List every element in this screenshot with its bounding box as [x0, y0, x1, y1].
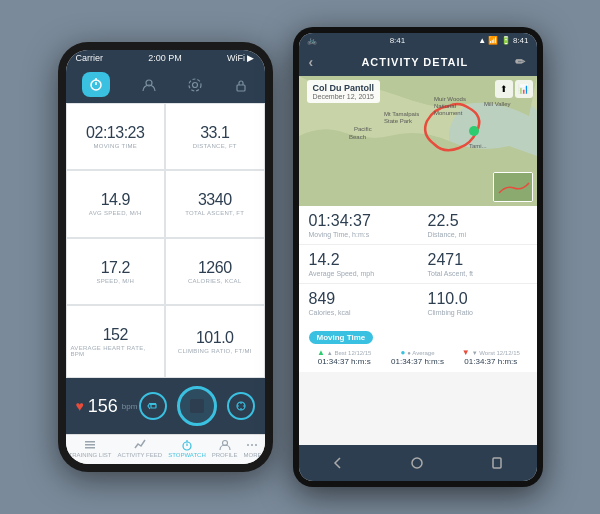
iphone-time: 2:00 PM	[148, 53, 182, 63]
android-recents-nav[interactable]	[485, 451, 509, 475]
metric-avg-speed: 14.9 AVG SPEED, m/h	[66, 170, 166, 237]
android-stat-calories: 849 Calories, kcal	[299, 284, 418, 322]
svg-point-16	[247, 444, 249, 446]
svg-rect-6	[237, 85, 245, 91]
android-header[interactable]: ‹ ACTIVITY DETAIL ✏	[299, 48, 537, 76]
refresh-button[interactable]	[227, 392, 255, 420]
nav-activity-feed[interactable]: ACTIVITY FEED	[118, 439, 163, 458]
moving-time-label: MOVING TIME	[93, 143, 137, 149]
metric-speed: 17.2 SPEED, m/h	[66, 238, 166, 305]
android-avg-speed-value: 14.2	[309, 251, 408, 269]
svg-text:State Park: State Park	[384, 118, 413, 124]
distance-value: 33.1	[200, 124, 229, 142]
svg-point-33	[412, 458, 422, 468]
iphone-screen: Carrier 2:00 PM WiFi ▶	[66, 50, 265, 464]
android-total-ascent-label: Total Ascent, ft	[428, 270, 527, 277]
nav-profile[interactable]: PROFILE	[212, 439, 238, 458]
nav-more[interactable]: MORE	[243, 439, 261, 458]
wifi-label: WiFi ▶	[227, 53, 255, 63]
metric-heart-rate: 152 AVERAGE HEART RATE, bpm	[66, 305, 166, 378]
android-avg-speed-label: Average Speed, mph	[309, 270, 408, 277]
android-climbing-ratio-value: 110.0	[428, 290, 527, 308]
nav-stopwatch[interactable]: STOPWATCH	[168, 439, 206, 458]
android-screen: 🚲 8:41 ▲ 📶 🔋 8:41 ‹ ACTIVITY DETAIL ✏	[299, 33, 537, 481]
climbing-ratio-label: CLIMBING RATIO, ft/mi	[178, 348, 252, 354]
speed-value: 17.2	[101, 259, 130, 277]
worst-value: 01:34:37 h:m:s	[455, 357, 526, 366]
svg-text:Tami...: Tami...	[469, 143, 487, 149]
reset-button[interactable]	[139, 392, 167, 420]
map-thumbnail[interactable]	[493, 172, 533, 202]
svg-text:Monument: Monument	[434, 110, 463, 116]
android-edit-button[interactable]: ✏	[515, 55, 526, 69]
distance-label: DISTANCE, ft	[193, 143, 237, 149]
svg-point-17	[251, 444, 253, 446]
android-total-ascent-value: 2471	[428, 251, 527, 269]
iphone-tab-bar[interactable]	[66, 66, 265, 103]
best-label: ▲ ▲ Best 12/12/15	[309, 348, 380, 357]
moving-time-section: Moving Time ▲ ▲ Best 12/12/15 01:34:37 h…	[299, 322, 537, 372]
android-left-icons: 🚲	[307, 36, 317, 45]
total-ascent-value: 3340	[198, 191, 232, 209]
avg-label: ● ● Average	[382, 348, 453, 357]
nav-activity-feed-label: ACTIVITY FEED	[118, 452, 163, 458]
worst-stat: ▼ ▼ Worst 12/12/15 01:34:37 h:m:s	[455, 348, 526, 366]
map-date: December 12, 2015	[313, 93, 375, 100]
activity-detail-title: ACTIVITY DETAIL	[361, 56, 468, 68]
profile-tab[interactable]	[142, 78, 156, 92]
avg-stat: ● ● Average 01:34:37 h:m:s	[382, 348, 453, 366]
svg-rect-11	[85, 447, 95, 449]
android-right-icons: ▲ 📶 🔋 8:41	[478, 36, 528, 45]
iphone-status-bar: Carrier 2:00 PM WiFi ▶	[66, 50, 265, 66]
moving-time-value: 02:13:23	[86, 124, 144, 142]
svg-text:Mt Tamalpais: Mt Tamalpais	[384, 111, 419, 117]
android-back-nav[interactable]	[326, 451, 350, 475]
avg-speed-value: 14.9	[101, 191, 130, 209]
settings-tab[interactable]	[188, 78, 202, 92]
heart-rate-label: AVERAGE HEART RATE, bpm	[71, 345, 161, 357]
share-button[interactable]: ⬆	[495, 80, 513, 98]
svg-text:National: National	[434, 103, 456, 109]
heart-icon: ♥	[76, 398, 84, 414]
stop-button[interactable]	[177, 386, 217, 426]
svg-point-5	[189, 79, 201, 91]
android-calories-value: 849	[309, 290, 408, 308]
nav-training-list[interactable]: TRAINING LIST	[69, 439, 112, 458]
svg-text:Muir Woods: Muir Woods	[434, 96, 466, 102]
bpm-display: ♥ 156 bpm	[76, 396, 138, 417]
avg-value: 01:34:37 h:m:s	[382, 357, 453, 366]
nav-stopwatch-label: STOPWATCH	[168, 452, 206, 458]
moving-time-badge: Moving Time	[309, 331, 374, 344]
map-title-overlay: Col Du Pantoll December 12, 2015	[307, 80, 381, 103]
calories-value: 1260	[198, 259, 232, 277]
android-nav-bar[interactable]	[299, 445, 537, 481]
map-section[interactable]: Pacific Beach Mt Tamalpais State Park Mu…	[299, 76, 537, 206]
svg-text:Beach: Beach	[349, 134, 366, 140]
svg-rect-34	[493, 458, 501, 468]
speed-label: SPEED, m/h	[96, 278, 134, 284]
android-back-button[interactable]: ‹	[309, 54, 315, 70]
bottom-nav[interactable]: TRAINING LIST ACTIVITY FEED STOPWATCH PR…	[66, 434, 265, 464]
android-moving-time-value: 01:34:37	[309, 212, 408, 230]
bpm-unit: bpm	[122, 402, 138, 411]
android-home-nav[interactable]	[405, 451, 429, 475]
map-activity-title: Col Du Pantoll	[313, 83, 375, 93]
android-status-bar: 🚲 8:41 ▲ 📶 🔋 8:41	[299, 33, 537, 48]
calories-label: CALORIES, kcal	[188, 278, 242, 284]
android-climbing-ratio-label: Climbing Ratio	[428, 309, 527, 316]
iphone-device: Carrier 2:00 PM WiFi ▶	[58, 42, 273, 472]
control-buttons[interactable]	[139, 386, 255, 426]
android-stat-avg-speed: 14.2 Average Speed, mph	[299, 245, 418, 284]
svg-rect-9	[85, 441, 95, 443]
svg-text:Mill Valley: Mill Valley	[484, 101, 511, 107]
metric-total-ascent: 3340 TOTAL ASCENT, ft	[165, 170, 265, 237]
svg-point-22	[469, 126, 479, 136]
android-stat-total-ascent: 2471 Total Ascent, ft	[418, 245, 537, 284]
chart-button[interactable]: 📊	[515, 80, 533, 98]
moving-time-stats: ▲ ▲ Best 12/12/15 01:34:37 h:m:s ● ● Ave…	[309, 344, 527, 370]
stopwatch-tab[interactable]	[82, 72, 110, 97]
android-device: 🚲 8:41 ▲ 📶 🔋 8:41 ‹ ACTIVITY DETAIL ✏	[293, 27, 543, 487]
bpm-value: 156	[88, 396, 118, 417]
lock-tab[interactable]	[234, 78, 248, 92]
android-distance-value: 22.5	[428, 212, 527, 230]
